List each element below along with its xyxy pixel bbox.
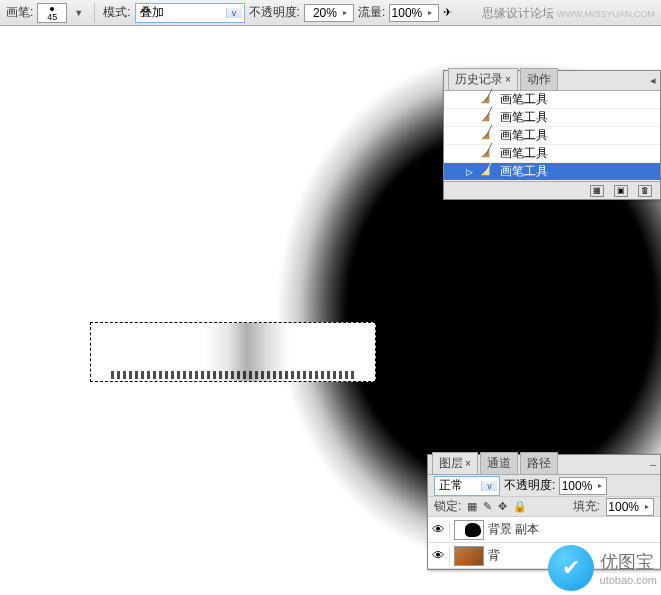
flow-field[interactable] <box>390 6 424 20</box>
layer-visibility-icon[interactable]: 👁 <box>428 522 450 537</box>
layer-thumbnail[interactable] <box>454 546 484 566</box>
history-item[interactable]: 画笔工具 <box>444 109 660 127</box>
forum-watermark: 思缘设计论坛 WWW.MISSYUAN.COM <box>482 5 655 22</box>
layer-fill-input[interactable]: ▸ <box>606 498 654 516</box>
separator <box>94 3 95 23</box>
tab-history[interactable]: 历史记录× <box>448 68 518 90</box>
chevron-right-icon[interactable]: ▸ <box>641 502 653 511</box>
airbrush-icon[interactable]: ✈ <box>443 6 452 19</box>
opacity-input[interactable]: ▸ <box>304 4 354 22</box>
brush-tool-icon <box>479 129 495 143</box>
layer-visibility-icon[interactable]: 👁 <box>428 548 450 563</box>
brush-label: 画笔: <box>6 4 33 21</box>
lock-pixels-icon[interactable]: ✎ <box>483 500 492 513</box>
brush-tool-icon <box>479 111 495 125</box>
blend-mode-value: 叠加 <box>140 4 164 21</box>
history-item-label: 画笔工具 <box>498 91 660 108</box>
site-watermark: ✔ 优图宝 utobao.com <box>548 545 657 591</box>
history-list: 画笔工具画笔工具画笔工具画笔工具▷画笔工具 <box>444 91 660 181</box>
chevron-right-icon[interactable]: ▸ <box>424 8 436 17</box>
trash-icon[interactable]: 🗑 <box>638 185 652 197</box>
history-panel: 历史记录× 动作 ◂ 画笔工具画笔工具画笔工具画笔工具▷画笔工具 ▦ ▣ 🗑 <box>443 70 661 200</box>
tab-actions[interactable]: 动作 <box>520 68 558 90</box>
lock-position-icon[interactable]: ✥ <box>498 500 507 513</box>
panel-menu-icon[interactable]: ◂ <box>650 74 656 87</box>
tab-channels[interactable]: 通道 <box>480 452 518 474</box>
opacity-label: 不透明度: <box>249 4 300 21</box>
panel-minimize-icon[interactable]: – <box>650 458 656 470</box>
history-current-icon: ▷ <box>462 167 476 177</box>
layer-opacity-input[interactable]: ▸ <box>559 477 607 495</box>
brush-preset-dropdown-arrow[interactable]: ▼ <box>71 8 86 18</box>
history-item-label: 画笔工具 <box>498 127 660 144</box>
brush-tool-icon <box>479 147 495 161</box>
panel-tab-bar: 历史记录× 动作 ◂ <box>444 71 660 91</box>
history-item-label: 画笔工具 <box>498 109 660 126</box>
history-item-label: 画笔工具 <box>498 163 660 180</box>
blend-mode-dropdown[interactable]: 叠加 v <box>135 3 245 23</box>
flow-label: 流量: <box>358 4 385 21</box>
logo-icon: ✔ <box>548 545 594 591</box>
layer-name[interactable]: 背景 副本 <box>488 521 660 538</box>
tab-paths[interactable]: 路径 <box>520 452 558 474</box>
brush-tool-icon <box>479 165 495 179</box>
lock-transparency-icon[interactable]: ▦ <box>467 500 477 513</box>
layer-lock-row: 锁定: ▦ ✎ ✥ 🔒 填充: ▸ <box>428 497 660 517</box>
history-item[interactable]: ▷画笔工具 <box>444 163 660 181</box>
mode-label: 模式: <box>103 4 130 21</box>
layer-opacity-label: 不透明度: <box>504 477 555 494</box>
layer-thumbnail[interactable] <box>454 520 484 540</box>
history-item[interactable]: 画笔工具 <box>444 145 660 163</box>
chevron-down-icon: v <box>481 481 497 491</box>
opacity-field[interactable] <box>305 6 339 20</box>
layer-row[interactable]: 👁背景 副本 <box>428 517 660 543</box>
lock-label: 锁定: <box>434 498 461 515</box>
close-icon[interactable]: × <box>505 74 511 85</box>
brush-cursor-icon <box>560 403 598 441</box>
options-toolbar: 画笔: 45 ▼ 模式: 叠加 v 不透明度: ▸ 流量: ▸ ✈ 思缘设计论坛… <box>0 0 661 26</box>
history-item-label: 画笔工具 <box>498 145 660 162</box>
close-icon[interactable]: × <box>465 458 471 469</box>
tab-layers[interactable]: 图层× <box>432 452 478 474</box>
brush-dot-icon <box>50 7 54 11</box>
history-item[interactable]: 画笔工具 <box>444 91 660 109</box>
panel-tab-bar: 图层× 通道 路径 – <box>428 455 660 475</box>
new-snapshot-icon[interactable]: ▦ <box>590 185 604 197</box>
history-panel-footer: ▦ ▣ 🗑 <box>444 181 660 199</box>
fill-label: 填充: <box>573 498 600 515</box>
layer-blend-dropdown[interactable]: 正常 v <box>434 476 500 496</box>
history-item[interactable]: 画笔工具 <box>444 127 660 145</box>
layer-options-row: 正常 v 不透明度: ▸ <box>428 475 660 497</box>
lock-all-icon[interactable]: 🔒 <box>513 500 527 513</box>
chevron-right-icon[interactable]: ▸ <box>339 8 351 17</box>
brush-size-value: 45 <box>47 12 57 22</box>
chevron-right-icon[interactable]: ▸ <box>594 481 606 490</box>
chevron-down-icon: v <box>226 8 242 18</box>
brush-preset-picker[interactable]: 45 <box>37 3 67 23</box>
flow-input[interactable]: ▸ <box>389 4 439 22</box>
new-document-icon[interactable]: ▣ <box>614 185 628 197</box>
brush-tool-icon <box>479 93 495 107</box>
marquee-selection <box>90 322 376 382</box>
